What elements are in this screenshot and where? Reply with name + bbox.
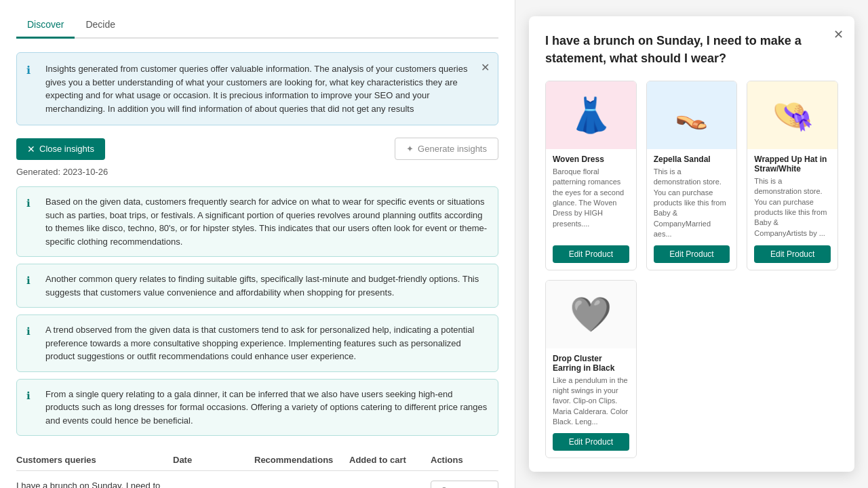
product-card-sandal: 👡 Zepella Sandal This is a demonstration… xyxy=(646,81,738,270)
edit-product-dress-button[interactable]: Edit Product xyxy=(553,245,629,263)
products-grid-top: 👗 Woven Dress Baroque floral patterning … xyxy=(545,81,838,270)
earring-icon: 🩶 xyxy=(570,281,612,348)
insight-card-3: ℹ A trend observed from the given data i… xyxy=(16,314,498,372)
product-name-dress: Woven Dress xyxy=(553,155,629,164)
row-date: 2023-10-26 xyxy=(173,486,254,489)
product-image-dress: 👗 xyxy=(546,81,636,149)
product-info-earring: Drop Cluster Earring in Black Like a pen… xyxy=(546,348,636,458)
row-cart: 0 xyxy=(349,486,431,489)
col-cart: Added to cart xyxy=(349,455,431,465)
product-name-sandal: Zepella Sandal xyxy=(654,155,730,164)
info-banner-text: Insights generated from customer queries… xyxy=(45,64,467,114)
info-banner-close-button[interactable]: ✕ xyxy=(481,61,490,74)
left-panel: Discover Decide ℹ Insights generated fro… xyxy=(0,0,515,488)
insight-info-icon-3: ℹ xyxy=(26,324,31,340)
insight-info-icon-2: ℹ xyxy=(26,273,31,289)
info-banner: ℹ Insights generated from customer queri… xyxy=(16,52,498,125)
product-image-sandal: 👡 xyxy=(647,81,737,149)
product-desc-sandal: This is a demonstration store. You can p… xyxy=(654,167,730,240)
table-section: Customers queries Date Recommendations A… xyxy=(16,449,498,488)
edit-product-hat-button[interactable]: Edit Product xyxy=(754,245,831,263)
x-icon: ✕ xyxy=(27,144,35,155)
wand-icon: ✦ xyxy=(406,144,414,154)
right-panel: I have a brunch on Sunday, I need to mak… xyxy=(515,0,868,488)
row-recommendations: 4 Products xyxy=(254,486,349,489)
product-card-earring: 🩶 Drop Cluster Earring in Black Like a p… xyxy=(545,280,637,458)
generate-insights-button[interactable]: ✦ Generate insights xyxy=(395,138,498,160)
insight-text-4: From a single query relating to a gala d… xyxy=(45,389,487,426)
eye-icon: 👁 xyxy=(439,485,449,488)
insight-info-icon-4: ℹ xyxy=(26,388,31,404)
edit-product-earring-button[interactable]: Edit Product xyxy=(553,433,629,451)
col-date: Date xyxy=(173,455,254,465)
tab-discover[interactable]: Discover xyxy=(16,14,75,39)
tabs-container: Discover Decide xyxy=(16,14,498,39)
insight-text-2: Another common query relates to finding … xyxy=(45,274,479,298)
insight-text-1: Based on the given data, customers frequ… xyxy=(45,197,487,247)
row-query: I have a brunch on Sunday, I need to mak… xyxy=(16,481,173,488)
product-name-earring: Drop Cluster Earring in Black xyxy=(553,354,629,373)
product-modal: I have a brunch on Sunday, I need to mak… xyxy=(529,16,854,471)
col-queries: Customers queries xyxy=(16,455,173,465)
view-label: View xyxy=(452,486,471,489)
product-info-dress: Woven Dress Baroque floral patterning ro… xyxy=(546,149,636,270)
close-insights-button[interactable]: ✕ Close insights xyxy=(16,138,105,160)
close-insights-label: Close insights xyxy=(39,144,94,154)
product-desc-earring: Like a pendulum in the night swings in y… xyxy=(553,375,629,428)
product-desc-hat: This is a demonstration store. You can p… xyxy=(754,176,831,240)
product-info-hat: Wrapped Up Hat in Straw/White This is a … xyxy=(747,149,837,270)
insights-container: ℹ Based on the given data, customers fre… xyxy=(16,186,498,436)
product-image-earring: 🩶 xyxy=(546,281,636,348)
tab-decide[interactable]: Decide xyxy=(75,14,126,39)
product-card-dress: 👗 Woven Dress Baroque floral patterning … xyxy=(545,81,637,270)
sandal-icon: 👡 xyxy=(675,81,709,149)
product-card-hat: 👒 Wrapped Up Hat in Straw/White This is … xyxy=(747,81,838,270)
table-row: I have a brunch on Sunday, I need to mak… xyxy=(16,471,498,488)
insight-text-3: A trend observed from the given data is … xyxy=(45,325,474,361)
product-name-hat: Wrapped Up Hat in Straw/White xyxy=(754,155,831,174)
generated-date: Generated: 2023-10-26 xyxy=(16,167,498,177)
action-bar: ✕ Close insights ✦ Generate insights xyxy=(16,138,498,160)
insight-info-icon-1: ℹ xyxy=(26,196,31,211)
table-header: Customers queries Date Recommendations A… xyxy=(16,449,498,471)
insight-card-2: ℹ Another common query relates to findin… xyxy=(16,264,498,308)
product-image-hat: 👒 xyxy=(747,81,837,149)
col-actions: Actions xyxy=(431,455,498,465)
product-desc-dress: Baroque floral patterning romances the e… xyxy=(553,167,629,240)
modal-close-button[interactable]: ✕ xyxy=(833,27,844,42)
insight-card-4: ℹ From a single query relating to a gala… xyxy=(16,379,498,436)
product-info-sandal: Zepella Sandal This is a demonstration s… xyxy=(647,149,737,270)
view-button[interactable]: 👁 View xyxy=(431,481,498,488)
dress-icon: 👗 xyxy=(570,81,612,149)
modal-title: I have a brunch on Sunday, I need to mak… xyxy=(545,33,838,66)
insight-card-1: ℹ Based on the given data, customers fre… xyxy=(16,186,498,257)
hat-icon: 👒 xyxy=(772,81,814,149)
edit-product-sandal-button[interactable]: Edit Product xyxy=(654,245,730,263)
products-grid-bottom: 🩶 Drop Cluster Earring in Black Like a p… xyxy=(545,280,838,458)
generate-insights-label: Generate insights xyxy=(418,144,487,154)
col-recommendations: Recommendations xyxy=(254,455,349,465)
info-icon: ℹ xyxy=(26,62,31,79)
